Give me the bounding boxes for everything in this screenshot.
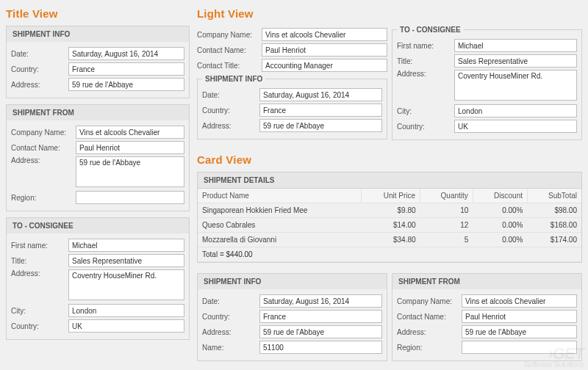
input-firstname[interactable]: [68, 239, 184, 252]
label-region: Region:: [11, 194, 73, 202]
input-country[interactable]: [454, 120, 577, 133]
label-country: Country:: [397, 123, 451, 131]
label-firstname: First name:: [397, 42, 451, 50]
title-view-shipment-from: SHIPMENT FROM Company Name: Contact Name…: [6, 104, 190, 211]
group-header: SHIPMENT INFO: [197, 273, 387, 289]
title-view-heading: Title View: [6, 7, 190, 20]
col-quantity[interactable]: Quantity: [420, 189, 473, 203]
label-country: Country:: [202, 106, 257, 115]
input-address[interactable]: [462, 325, 577, 338]
input-address[interactable]: 59 rue de l'Abbaye: [76, 156, 184, 187]
input-company[interactable]: [262, 28, 387, 41]
light-to-consignee: TO - CONSIGNEE First name: Title: Addres…: [392, 26, 582, 140]
light-shipment-info: SHIPMENT INFO Date: Country: Address:: [197, 75, 387, 139]
label-address: Address:: [11, 81, 65, 89]
table-row[interactable]: Queso Cabrales$14.00120.00%$168.00: [198, 218, 581, 233]
input-contact[interactable]: [262, 43, 387, 57]
table-row[interactable]: Mozzarella di Giovanni$34.8050.00%$174.0…: [198, 233, 581, 247]
input-contact[interactable]: [462, 310, 577, 323]
input-company[interactable]: [76, 126, 184, 139]
input-country[interactable]: [68, 62, 184, 76]
total-label: Total = $440.00: [198, 247, 581, 262]
label-date: Date:: [202, 91, 257, 99]
input-address[interactable]: [68, 78, 184, 91]
label-title: Title:: [397, 57, 451, 65]
input-address[interactable]: [259, 119, 382, 132]
input-city[interactable]: [454, 104, 577, 117]
label-name: Name:: [202, 344, 257, 352]
label-company: Company Name:: [397, 297, 459, 305]
label-address: Address:: [397, 328, 459, 336]
label-address: Address:: [202, 328, 257, 336]
label-address: Address:: [397, 70, 451, 78]
card-shipment-info: Date: Country: Address: Name:: [197, 289, 387, 361]
light-view-heading: Light View: [197, 7, 582, 20]
label-contact: Contact Name:: [11, 144, 73, 152]
label-country: Country:: [11, 322, 65, 330]
label-city: City:: [11, 307, 65, 315]
light-view-left: Company Name: Contact Name: Contact Titl…: [197, 26, 387, 145]
label-address: Address:: [11, 269, 65, 278]
label-contact: Contact Name:: [397, 313, 459, 321]
input-country[interactable]: [259, 310, 382, 323]
group-header: SHIPMENT INFO: [6, 26, 190, 42]
col-subtotal[interactable]: SubTotal: [528, 189, 582, 203]
label-address: Address:: [11, 156, 73, 164]
input-region[interactable]: [76, 191, 184, 204]
label-country: Country:: [11, 65, 65, 73]
input-address[interactable]: Coventry HouseMiner Rd.: [68, 269, 184, 300]
input-contact-title[interactable]: [262, 59, 387, 72]
title-view-column: Title View SHIPMENT INFO Date: Country: …: [6, 4, 190, 361]
input-region[interactable]: [462, 341, 577, 354]
group-header: SHIPMENT FROM: [6, 104, 190, 120]
input-country[interactable]: [68, 319, 184, 333]
card-view-heading: Card View: [197, 153, 582, 166]
input-title[interactable]: [68, 254, 184, 267]
group-legend: SHIPMENT INFO: [202, 75, 265, 83]
label-city: City:: [397, 107, 451, 115]
label-firstname: First name:: [11, 242, 65, 250]
col-discount[interactable]: Discount: [473, 189, 527, 203]
input-contact[interactable]: [76, 141, 184, 154]
label-region: Region:: [397, 344, 459, 352]
input-date[interactable]: [259, 88, 382, 101]
group-header: SHIPMENT DETAILS: [198, 173, 581, 189]
label-company: Company Name:: [197, 31, 259, 39]
col-product[interactable]: Product Name: [198, 189, 361, 203]
input-company[interactable]: [462, 294, 577, 308]
input-address[interactable]: Coventry HouseMiner Rd.: [454, 70, 577, 101]
label-contact-title: Contact Title:: [197, 62, 259, 70]
group-header: SHIPMENT FROM: [392, 273, 582, 289]
label-country: Country:: [202, 313, 257, 321]
label-company: Company Name:: [11, 128, 73, 137]
label-title: Title:: [11, 257, 65, 265]
title-view-shipment-info: SHIPMENT INFO Date: Country: Address:: [6, 26, 190, 98]
col-unit-price[interactable]: Unit Price: [361, 189, 420, 203]
title-view-to-consignee: TO - CONSIGNEE First name: Title: Addres…: [6, 217, 190, 340]
group-header: TO - CONSIGNEE: [6, 217, 190, 233]
label-contact: Contact Name:: [197, 46, 259, 54]
input-address[interactable]: [259, 325, 382, 338]
label-date: Date:: [202, 297, 257, 305]
input-name[interactable]: [259, 341, 382, 354]
input-title[interactable]: [454, 54, 577, 68]
input-firstname[interactable]: [454, 39, 577, 52]
table-row[interactable]: Singaporean Hokkien Fried Mee$9.80100.00…: [198, 203, 581, 218]
group-legend: TO - CONSIGNEE: [397, 26, 464, 34]
shipment-details-table: Product Name Unit Price Quantity Discoun…: [198, 189, 581, 262]
input-date[interactable]: [68, 47, 184, 60]
input-country[interactable]: [259, 104, 382, 117]
label-date: Date:: [11, 50, 65, 58]
shipment-details: SHIPMENT DETAILS Product Name Unit Price…: [197, 172, 582, 263]
card-shipment-from: Company Name: Contact Name: Address: Reg…: [392, 289, 582, 361]
input-date[interactable]: [259, 294, 382, 308]
label-address: Address:: [202, 122, 257, 130]
input-city[interactable]: [68, 304, 184, 317]
